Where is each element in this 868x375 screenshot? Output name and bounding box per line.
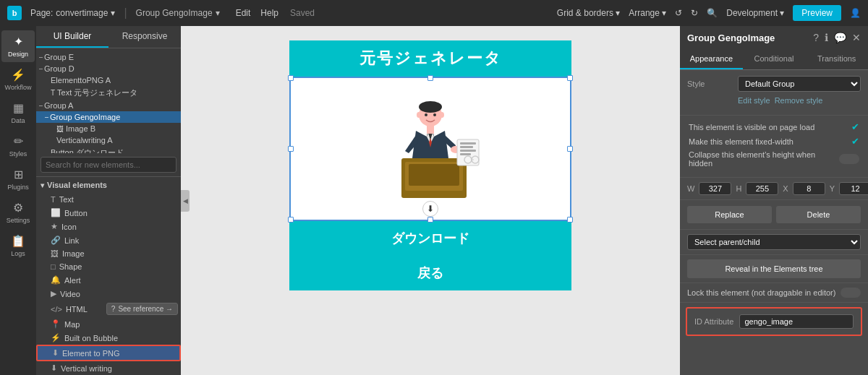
element-shape[interactable]: □ Shape [36, 260, 181, 273]
sidebar-item-workflow[interactable]: ⚡ Workflow [1, 64, 35, 95]
tree-item-group-gengo[interactable]: – Group GengoImage [36, 111, 181, 123]
tab-transitions[interactable]: Transitions [805, 49, 868, 69]
see-reference-button[interactable]: ? See reference → [106, 303, 178, 315]
edit-style-link[interactable]: Edit style [738, 96, 770, 105]
tab-appearance[interactable]: Appearance [680, 49, 743, 69]
right-panel-title: Group GengoImage [687, 33, 775, 43]
sidebar-item-logs[interactable]: 📋 Logs [1, 230, 35, 262]
collapse-icon: – [39, 102, 43, 109]
sidebar-label-logs: Logs [11, 250, 25, 257]
handle-mr [567, 146, 573, 152]
checkbox-fixed-check-icon[interactable]: ✔ [851, 136, 859, 147]
element-html[interactable]: </> HTML ? See reference → [36, 301, 181, 317]
back-button[interactable]: 戻る [289, 256, 571, 290]
tree-item-group-d[interactable]: – Group D [36, 63, 181, 74]
replace-delete-row: Replace Delete [680, 200, 868, 230]
tree-item-group-e[interactable]: – Group E [36, 51, 181, 63]
element-label: Vertical writing [61, 364, 112, 373]
page-name[interactable]: convertimage [56, 8, 108, 18]
checkbox-visible: This element is visible on page load ✔ [687, 121, 861, 132]
svg-rect-15 [460, 146, 473, 148]
element-map[interactable]: 📍 Map [36, 317, 181, 331]
reveal-button[interactable]: Reveal in the Elements tree [687, 259, 861, 278]
element-button[interactable]: ⬜ Button [36, 206, 181, 220]
icon-sidebar: ✦ Design ⚡ Workflow ▦ Data ✏ Styles ⊞ Pl… [0, 26, 36, 375]
group-selector[interactable]: Group GengoImage ▾ [136, 8, 220, 18]
sidebar-item-data[interactable]: ▦ Data [1, 97, 35, 129]
edit-menu[interactable]: Edit [236, 8, 251, 18]
download-button[interactable]: ダウンロード [289, 221, 571, 256]
sidebar-item-design[interactable]: ✦ Design [1, 30, 35, 62]
reveal-btn-row: Reveal in the Elements tree [680, 255, 868, 283]
style-select[interactable]: Default Group [738, 76, 861, 92]
y-label: Y [830, 184, 835, 193]
tree-item-text-gengo[interactable]: T Text 元号ジェネレータ [36, 86, 181, 100]
visual-elements-header[interactable]: ▾ Visual elements [36, 177, 181, 193]
tree-item-label: ElementtoPNG A [51, 76, 111, 85]
id-attr-input[interactable] [739, 314, 854, 329]
tree-item-elementtopng-a[interactable]: ElementtoPNG A [36, 74, 181, 86]
element-alert[interactable]: 🔔 Alert [36, 273, 181, 287]
development-menu[interactable]: Development ▾ [726, 8, 784, 18]
parent-child-row: Select parent/child [680, 230, 868, 255]
parent-child-select[interactable]: Select parent/child [687, 234, 861, 250]
button-el-icon: ⬜ [51, 208, 61, 217]
see-reference-label: See reference → [118, 305, 173, 313]
lock-toggle-row: Lock this element (not draggable in edit… [680, 283, 868, 303]
tree-item-image-b[interactable]: 🖼 Image B [36, 123, 181, 134]
element-elementtopng[interactable]: ⬇ Element to PNG [36, 345, 181, 361]
style-section: Style Default Group Edit style Remove st… [680, 70, 868, 116]
w-input[interactable] [699, 182, 731, 195]
element-label: Map [64, 320, 80, 329]
lock-toggle[interactable] [841, 288, 861, 298]
tree-item-group-a[interactable]: – Group A [36, 100, 181, 111]
comment-icon[interactable]: 💬 [834, 32, 846, 43]
remove-style-link[interactable]: Remove style [775, 96, 823, 105]
arrange-menu[interactable]: Arrange ▾ [629, 8, 666, 18]
sidebar-label-settings: Settings [7, 217, 30, 224]
user-avatar[interactable]: 👤 [850, 8, 861, 18]
undo-icon[interactable]: ↺ [675, 8, 682, 18]
collapse-toggle[interactable] [839, 154, 859, 164]
tree-item-btn-download[interactable]: Button ダウンロード [36, 146, 181, 153]
replace-button[interactable]: Replace [687, 206, 772, 223]
preview-button[interactable]: Preview [793, 5, 841, 21]
canvas-toggle[interactable]: ◀ [181, 190, 190, 212]
checkbox-visible-check-icon[interactable]: ✔ [851, 121, 859, 132]
element-link[interactable]: 🔗 Link [36, 233, 181, 247]
group-arrow-icon[interactable]: ▾ [216, 8, 220, 18]
delete-button[interactable]: Delete [776, 206, 861, 223]
tab-responsive[interactable]: Responsive [109, 26, 181, 48]
element-verticalwriting[interactable]: ⬇ Vertical writing [36, 361, 181, 375]
tree-item-label: Group A [44, 101, 73, 110]
element-video[interactable]: ▶ Video [36, 287, 181, 301]
element-image[interactable]: 🖼 Image [36, 247, 181, 260]
help-menu[interactable]: Help [260, 8, 278, 18]
shape-el-icon: □ [51, 262, 56, 271]
elementtopng-el-icon: ⬇ [52, 348, 59, 358]
element-text[interactable]: T Text [36, 193, 181, 206]
image-container[interactable]: ⬇ [289, 77, 571, 221]
tab-conditional[interactable]: Conditional [743, 49, 806, 69]
x-input[interactable] [793, 182, 825, 195]
sidebar-item-settings[interactable]: ⚙ Settings [1, 197, 35, 228]
search-input[interactable] [41, 157, 176, 173]
search-icon[interactable]: 🔍 [707, 8, 718, 18]
sidebar-item-plugins[interactable]: ⊞ Plugins [1, 163, 35, 195]
help-icon[interactable]: ? [813, 32, 819, 43]
info-icon[interactable]: ℹ [825, 32, 828, 43]
element-builtonbubble[interactable]: ⚡ Built on Bubble [36, 331, 181, 345]
h-input[interactable] [746, 182, 778, 195]
dimensions-row: W H X Y [680, 178, 868, 200]
redo-icon[interactable]: ↻ [691, 8, 698, 18]
element-icon[interactable]: ★ Icon [36, 220, 181, 233]
close-icon[interactable]: ✕ [852, 32, 861, 43]
page-arrow-icon[interactable]: ▾ [111, 8, 115, 18]
tab-ui-builder[interactable]: UI Builder [36, 26, 109, 48]
tree-item-vertical-a[interactable]: Verticalwriting A [36, 134, 181, 146]
svg-rect-17 [460, 153, 471, 155]
element-label: Button [64, 209, 88, 217]
sidebar-item-styles[interactable]: ✏ Styles [1, 130, 35, 162]
y-input[interactable] [839, 182, 868, 195]
grid-borders-menu[interactable]: Grid & borders ▾ [557, 8, 620, 18]
